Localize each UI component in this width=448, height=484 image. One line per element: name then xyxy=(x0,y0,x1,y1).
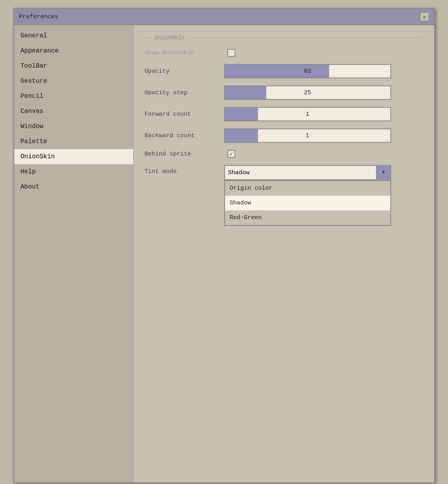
close-button[interactable]: x xyxy=(420,12,429,21)
sidebar-item-help[interactable]: Help xyxy=(14,164,133,179)
opacity-slider[interactable]: 63 xyxy=(224,64,391,78)
content-area: -- OnionSkin Show OnionSkin Opacity 63 xyxy=(134,25,434,482)
tint-mode-selected-value: Shadow xyxy=(228,169,250,176)
show-onionskin-label: Show OnionSkin xyxy=(145,50,224,56)
behind-sprite-checkbox[interactable] xyxy=(227,150,235,158)
backward-count-value: 1 xyxy=(225,132,390,139)
forward-count-row: Forward count 1 xyxy=(145,107,423,121)
tint-mode-dropdown[interactable]: Shadow ▼ xyxy=(224,165,391,180)
sidebar-item-toolbar[interactable]: ToolBar xyxy=(14,58,133,74)
show-onionskin-checkbox[interactable] xyxy=(227,49,235,57)
dropdown-arrow-icon: ▼ xyxy=(376,165,390,180)
dropdown-option-red-green[interactable]: Red-Green xyxy=(225,210,390,225)
opacity-row: Opacity 63 xyxy=(145,64,423,78)
title-bar: Preferences x xyxy=(14,9,434,25)
forward-count-label: Forward count xyxy=(145,111,224,118)
window-body: General Appearance ToolBar Gesture Penci… xyxy=(14,25,434,482)
tint-mode-dropdown-wrapper: Shadow ▼ Origin color Shadow Red-Green xyxy=(224,165,391,180)
sidebar-item-general[interactable]: General xyxy=(14,28,133,43)
sidebar-item-onionskin[interactable]: OnionSkin xyxy=(14,149,133,164)
sidebar-item-canvas[interactable]: Canvas xyxy=(14,104,133,119)
opacity-label: Opacity xyxy=(145,68,224,75)
dropdown-option-origin-color[interactable]: Origin color xyxy=(225,181,390,196)
section-title: -- OnionSkin xyxy=(145,35,185,41)
opacity-step-slider[interactable]: 25 xyxy=(224,86,391,100)
sidebar-item-window[interactable]: Window xyxy=(14,119,133,134)
sidebar-item-pencil[interactable]: Pencil xyxy=(14,89,133,104)
dropdown-option-shadow[interactable]: Shadow xyxy=(225,196,390,210)
backward-count-label: Backward count xyxy=(145,132,224,139)
behind-sprite-row: Behind sprite xyxy=(145,150,423,158)
behind-sprite-wrapper: Behind sprite xyxy=(145,150,235,158)
preferences-window: Preferences x General Appearance ToolBar… xyxy=(14,8,435,483)
tint-mode-dropdown-menu: Origin color Shadow Red-Green xyxy=(224,180,391,226)
sidebar-item-about[interactable]: About xyxy=(14,179,133,194)
opacity-step-label: Opacity step xyxy=(145,89,224,96)
opacity-value: 63 xyxy=(225,68,390,75)
opacity-step-value: 25 xyxy=(225,89,390,96)
sidebar-item-gesture[interactable]: Gesture xyxy=(14,74,133,89)
tint-mode-row: Tint mode Shadow ▼ Origin color Shadow R… xyxy=(145,165,423,180)
section-header: -- OnionSkin xyxy=(145,35,423,41)
sidebar: General Appearance ToolBar Gesture Penci… xyxy=(14,25,134,482)
forward-count-slider[interactable]: 1 xyxy=(224,107,391,121)
show-onionskin-row: Show OnionSkin xyxy=(145,49,423,57)
window-title: Preferences xyxy=(19,14,58,20)
behind-sprite-label: Behind sprite xyxy=(145,151,224,157)
opacity-step-row: Opacity step 25 xyxy=(145,86,423,100)
tint-mode-label: Tint mode xyxy=(145,165,224,175)
backward-count-slider[interactable]: 1 xyxy=(224,128,391,143)
show-onionskin-wrapper: Show OnionSkin xyxy=(145,49,235,57)
sidebar-item-palette[interactable]: Palette xyxy=(14,134,133,149)
sidebar-item-appearance[interactable]: Appearance xyxy=(14,43,133,58)
forward-count-value: 1 xyxy=(225,111,390,118)
backward-count-row: Backward count 1 xyxy=(145,128,423,143)
section-divider xyxy=(188,38,423,38)
